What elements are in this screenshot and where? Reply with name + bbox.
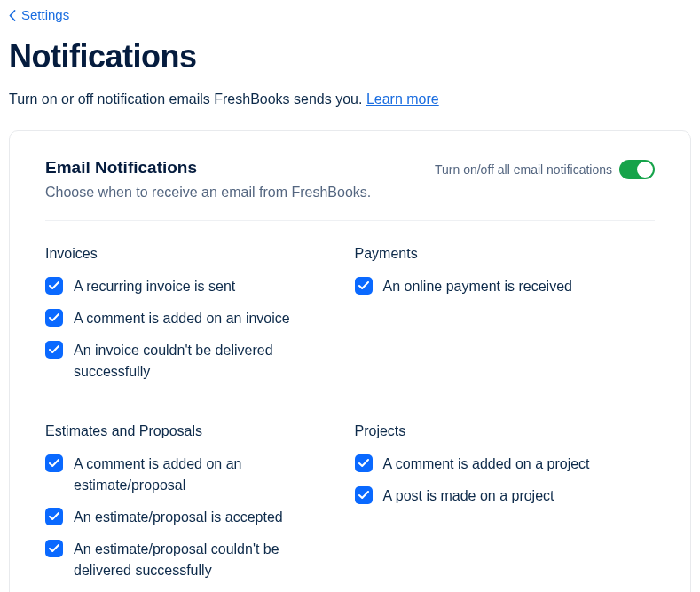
- option-label: A comment is added on a project: [383, 454, 590, 475]
- option-label: An online payment is received: [383, 276, 572, 297]
- checkbox-project-comment[interactable]: [355, 454, 373, 472]
- group-title-invoices: Invoices: [45, 246, 346, 262]
- card-header: Email Notifications Choose when to recei…: [45, 158, 655, 221]
- group-invoices: Invoices A recurring invoice is sent A c…: [45, 246, 346, 393]
- email-notifications-card: Email Notifications Choose when to recei…: [9, 130, 691, 592]
- checkbox-project-post[interactable]: [355, 486, 373, 504]
- option-invoice-undelivered: An invoice couldn't be delivered success…: [45, 340, 346, 383]
- learn-more-link[interactable]: Learn more: [366, 91, 439, 107]
- option-label: A comment is added on an invoice: [74, 308, 290, 329]
- page-subtitle: Turn on or off notification emails Fresh…: [9, 91, 691, 107]
- checkbox-invoice-undelivered[interactable]: [45, 341, 63, 359]
- checkbox-estimate-comment[interactable]: [45, 454, 63, 472]
- toggle-knob: [637, 162, 653, 178]
- checkbox-invoice-recurring[interactable]: [45, 277, 63, 295]
- option-invoice-comment: A comment is added on an invoice: [45, 308, 346, 329]
- group-projects: Projects A comment is added on a project…: [355, 423, 656, 592]
- checkbox-payment-received[interactable]: [355, 277, 373, 295]
- group-title-estimates: Estimates and Proposals: [45, 423, 346, 439]
- checkbox-invoice-comment[interactable]: [45, 309, 63, 327]
- option-label: An invoice couldn't be delivered success…: [74, 340, 340, 383]
- group-estimates: Estimates and Proposals A comment is add…: [45, 423, 346, 592]
- breadcrumb-settings[interactable]: Settings: [9, 7, 69, 22]
- group-payments: Payments An online payment is received: [355, 246, 656, 393]
- checkbox-estimate-accepted[interactable]: [45, 508, 63, 525]
- option-label: An estimate/proposal is accepted: [74, 507, 283, 528]
- toggle-all-label: Turn on/off all email notifications: [435, 162, 612, 177]
- subtitle-text: Turn on or off notification emails Fresh…: [9, 91, 366, 107]
- option-estimate-comment: A comment is added on an estimate/propos…: [45, 454, 346, 496]
- page-title: Notifications: [9, 38, 691, 75]
- option-invoice-recurring: A recurring invoice is sent: [45, 276, 346, 297]
- option-estimate-undelivered: An estimate/proposal couldn't be deliver…: [45, 539, 346, 581]
- chevron-left-icon: [9, 9, 16, 20]
- option-label: A recurring invoice is sent: [74, 276, 235, 297]
- breadcrumb-label: Settings: [21, 7, 69, 22]
- toggle-all-notifications[interactable]: [619, 160, 655, 179]
- option-payment-received: An online payment is received: [355, 276, 656, 297]
- checkbox-estimate-undelivered[interactable]: [45, 540, 63, 557]
- option-label: An estimate/proposal couldn't be deliver…: [74, 539, 340, 581]
- card-title: Email Notifications: [45, 158, 435, 178]
- option-label: A comment is added on an estimate/propos…: [74, 454, 340, 496]
- option-label: A post is made on a project: [383, 485, 554, 507]
- group-title-projects: Projects: [355, 423, 656, 439]
- card-description: Choose when to receive an email from Fre…: [45, 185, 435, 201]
- option-estimate-accepted: An estimate/proposal is accepted: [45, 507, 346, 528]
- group-title-payments: Payments: [355, 246, 656, 262]
- option-project-post: A post is made on a project: [355, 485, 656, 507]
- option-project-comment: A comment is added on a project: [355, 454, 656, 475]
